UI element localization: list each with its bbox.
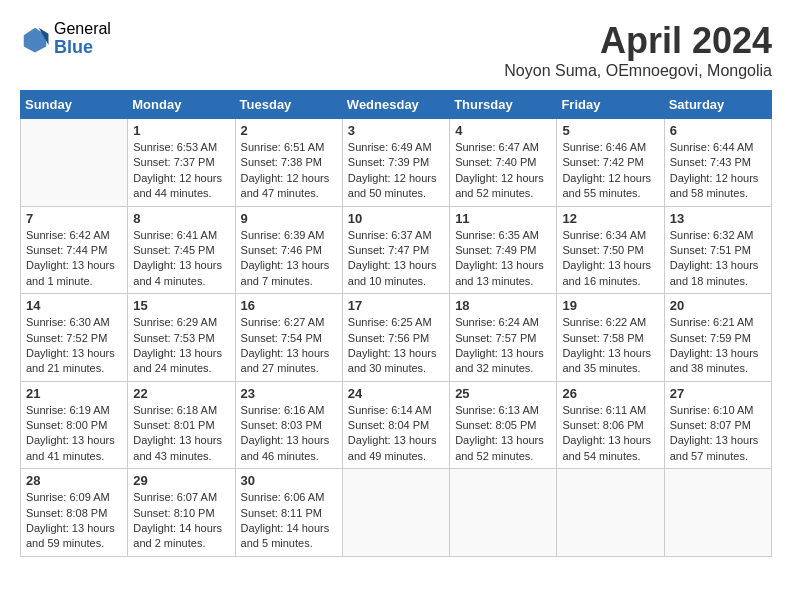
logo-general-text: General bbox=[54, 20, 111, 38]
day-detail: Sunrise: 6:25 AM Sunset: 7:56 PM Dayligh… bbox=[348, 315, 444, 377]
table-row: 12Sunrise: 6:34 AM Sunset: 7:50 PM Dayli… bbox=[557, 206, 664, 294]
day-number: 14 bbox=[26, 298, 122, 313]
logo-icon bbox=[20, 24, 50, 54]
day-number: 20 bbox=[670, 298, 766, 313]
day-number: 9 bbox=[241, 211, 337, 226]
day-detail: Sunrise: 6:24 AM Sunset: 7:57 PM Dayligh… bbox=[455, 315, 551, 377]
table-row: 10Sunrise: 6:37 AM Sunset: 7:47 PM Dayli… bbox=[342, 206, 449, 294]
day-number: 18 bbox=[455, 298, 551, 313]
day-detail: Sunrise: 6:16 AM Sunset: 8:03 PM Dayligh… bbox=[241, 403, 337, 465]
day-detail: Sunrise: 6:34 AM Sunset: 7:50 PM Dayligh… bbox=[562, 228, 658, 290]
day-detail: Sunrise: 6:22 AM Sunset: 7:58 PM Dayligh… bbox=[562, 315, 658, 377]
table-row: 3Sunrise: 6:49 AM Sunset: 7:39 PM Daylig… bbox=[342, 119, 449, 207]
day-detail: Sunrise: 6:14 AM Sunset: 8:04 PM Dayligh… bbox=[348, 403, 444, 465]
day-number: 30 bbox=[241, 473, 337, 488]
location-title: Noyon Suma, OEmnoegovi, Mongolia bbox=[504, 62, 772, 80]
day-detail: Sunrise: 6:19 AM Sunset: 8:00 PM Dayligh… bbox=[26, 403, 122, 465]
logo-blue-text: Blue bbox=[54, 38, 111, 58]
day-detail: Sunrise: 6:51 AM Sunset: 7:38 PM Dayligh… bbox=[241, 140, 337, 202]
day-number: 21 bbox=[26, 386, 122, 401]
day-number: 4 bbox=[455, 123, 551, 138]
table-row: 27Sunrise: 6:10 AM Sunset: 8:07 PM Dayli… bbox=[664, 381, 771, 469]
table-row: 5Sunrise: 6:46 AM Sunset: 7:42 PM Daylig… bbox=[557, 119, 664, 207]
table-row: 20Sunrise: 6:21 AM Sunset: 7:59 PM Dayli… bbox=[664, 294, 771, 382]
table-row bbox=[342, 469, 449, 557]
day-number: 25 bbox=[455, 386, 551, 401]
table-row: 18Sunrise: 6:24 AM Sunset: 7:57 PM Dayli… bbox=[450, 294, 557, 382]
table-row: 22Sunrise: 6:18 AM Sunset: 8:01 PM Dayli… bbox=[128, 381, 235, 469]
day-detail: Sunrise: 6:39 AM Sunset: 7:46 PM Dayligh… bbox=[241, 228, 337, 290]
calendar-week-row: 1Sunrise: 6:53 AM Sunset: 7:37 PM Daylig… bbox=[21, 119, 772, 207]
day-detail: Sunrise: 6:13 AM Sunset: 8:05 PM Dayligh… bbox=[455, 403, 551, 465]
day-detail: Sunrise: 6:10 AM Sunset: 8:07 PM Dayligh… bbox=[670, 403, 766, 465]
day-number: 16 bbox=[241, 298, 337, 313]
day-number: 17 bbox=[348, 298, 444, 313]
table-row: 8Sunrise: 6:41 AM Sunset: 7:45 PM Daylig… bbox=[128, 206, 235, 294]
table-row: 19Sunrise: 6:22 AM Sunset: 7:58 PM Dayli… bbox=[557, 294, 664, 382]
day-number: 7 bbox=[26, 211, 122, 226]
day-number: 26 bbox=[562, 386, 658, 401]
day-detail: Sunrise: 6:30 AM Sunset: 7:52 PM Dayligh… bbox=[26, 315, 122, 377]
table-row: 29Sunrise: 6:07 AM Sunset: 8:10 PM Dayli… bbox=[128, 469, 235, 557]
table-row: 21Sunrise: 6:19 AM Sunset: 8:00 PM Dayli… bbox=[21, 381, 128, 469]
table-row bbox=[664, 469, 771, 557]
header-saturday: Saturday bbox=[664, 91, 771, 119]
page-header: General Blue April 2024 Noyon Suma, OEmn… bbox=[20, 20, 772, 80]
table-row: 6Sunrise: 6:44 AM Sunset: 7:43 PM Daylig… bbox=[664, 119, 771, 207]
calendar-week-row: 21Sunrise: 6:19 AM Sunset: 8:00 PM Dayli… bbox=[21, 381, 772, 469]
day-detail: Sunrise: 6:37 AM Sunset: 7:47 PM Dayligh… bbox=[348, 228, 444, 290]
table-row bbox=[450, 469, 557, 557]
day-detail: Sunrise: 6:42 AM Sunset: 7:44 PM Dayligh… bbox=[26, 228, 122, 290]
day-number: 12 bbox=[562, 211, 658, 226]
calendar-week-row: 28Sunrise: 6:09 AM Sunset: 8:08 PM Dayli… bbox=[21, 469, 772, 557]
logo-text: General Blue bbox=[54, 20, 111, 57]
day-number: 10 bbox=[348, 211, 444, 226]
day-detail: Sunrise: 6:27 AM Sunset: 7:54 PM Dayligh… bbox=[241, 315, 337, 377]
header-tuesday: Tuesday bbox=[235, 91, 342, 119]
day-detail: Sunrise: 6:29 AM Sunset: 7:53 PM Dayligh… bbox=[133, 315, 229, 377]
table-row: 2Sunrise: 6:51 AM Sunset: 7:38 PM Daylig… bbox=[235, 119, 342, 207]
day-detail: Sunrise: 6:47 AM Sunset: 7:40 PM Dayligh… bbox=[455, 140, 551, 202]
calendar-week-row: 7Sunrise: 6:42 AM Sunset: 7:44 PM Daylig… bbox=[21, 206, 772, 294]
month-title: April 2024 bbox=[504, 20, 772, 62]
day-detail: Sunrise: 6:06 AM Sunset: 8:11 PM Dayligh… bbox=[241, 490, 337, 552]
day-number: 28 bbox=[26, 473, 122, 488]
day-number: 11 bbox=[455, 211, 551, 226]
day-detail: Sunrise: 6:44 AM Sunset: 7:43 PM Dayligh… bbox=[670, 140, 766, 202]
table-row: 1Sunrise: 6:53 AM Sunset: 7:37 PM Daylig… bbox=[128, 119, 235, 207]
table-row: 23Sunrise: 6:16 AM Sunset: 8:03 PM Dayli… bbox=[235, 381, 342, 469]
table-row: 24Sunrise: 6:14 AM Sunset: 8:04 PM Dayli… bbox=[342, 381, 449, 469]
table-row: 4Sunrise: 6:47 AM Sunset: 7:40 PM Daylig… bbox=[450, 119, 557, 207]
day-number: 29 bbox=[133, 473, 229, 488]
table-row: 26Sunrise: 6:11 AM Sunset: 8:06 PM Dayli… bbox=[557, 381, 664, 469]
table-row bbox=[21, 119, 128, 207]
day-number: 19 bbox=[562, 298, 658, 313]
table-row: 11Sunrise: 6:35 AM Sunset: 7:49 PM Dayli… bbox=[450, 206, 557, 294]
calendar-week-row: 14Sunrise: 6:30 AM Sunset: 7:52 PM Dayli… bbox=[21, 294, 772, 382]
day-number: 2 bbox=[241, 123, 337, 138]
day-number: 3 bbox=[348, 123, 444, 138]
header-monday: Monday bbox=[128, 91, 235, 119]
day-number: 5 bbox=[562, 123, 658, 138]
day-number: 1 bbox=[133, 123, 229, 138]
day-number: 13 bbox=[670, 211, 766, 226]
calendar-header-row: Sunday Monday Tuesday Wednesday Thursday… bbox=[21, 91, 772, 119]
table-row: 28Sunrise: 6:09 AM Sunset: 8:08 PM Dayli… bbox=[21, 469, 128, 557]
day-number: 22 bbox=[133, 386, 229, 401]
day-detail: Sunrise: 6:32 AM Sunset: 7:51 PM Dayligh… bbox=[670, 228, 766, 290]
calendar-table: Sunday Monday Tuesday Wednesday Thursday… bbox=[20, 90, 772, 557]
header-wednesday: Wednesday bbox=[342, 91, 449, 119]
day-detail: Sunrise: 6:11 AM Sunset: 8:06 PM Dayligh… bbox=[562, 403, 658, 465]
day-detail: Sunrise: 6:07 AM Sunset: 8:10 PM Dayligh… bbox=[133, 490, 229, 552]
table-row: 9Sunrise: 6:39 AM Sunset: 7:46 PM Daylig… bbox=[235, 206, 342, 294]
table-row: 17Sunrise: 6:25 AM Sunset: 7:56 PM Dayli… bbox=[342, 294, 449, 382]
table-row: 30Sunrise: 6:06 AM Sunset: 8:11 PM Dayli… bbox=[235, 469, 342, 557]
day-detail: Sunrise: 6:09 AM Sunset: 8:08 PM Dayligh… bbox=[26, 490, 122, 552]
day-number: 23 bbox=[241, 386, 337, 401]
logo: General Blue bbox=[20, 20, 111, 57]
day-number: 8 bbox=[133, 211, 229, 226]
header-sunday: Sunday bbox=[21, 91, 128, 119]
table-row bbox=[557, 469, 664, 557]
header-friday: Friday bbox=[557, 91, 664, 119]
day-number: 6 bbox=[670, 123, 766, 138]
